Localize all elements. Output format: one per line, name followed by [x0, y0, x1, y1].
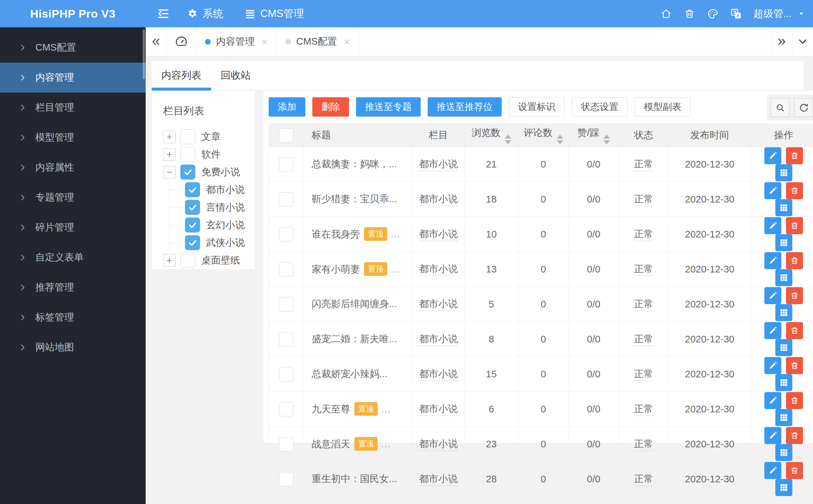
delete-button[interactable] [786, 147, 803, 164]
row-checkbox[interactable] [279, 192, 293, 207]
tabs-scroll-left-button[interactable]: « [146, 27, 166, 56]
tree-checkbox[interactable] [185, 218, 200, 233]
open-tab-1[interactable]: 内容管理× [196, 27, 276, 56]
tree-node-label[interactable]: 桌面壁纸 [201, 254, 240, 267]
edit-button[interactable] [764, 217, 781, 234]
collapse-sidebar-button[interactable] [150, 0, 176, 27]
delete-button[interactable] [786, 182, 803, 199]
tree-node-label[interactable]: 免费小说 [201, 166, 240, 179]
translate-button[interactable]: A [725, 0, 748, 27]
palette-button[interactable] [701, 0, 725, 27]
panel-tab-2[interactable]: 回收站 [211, 61, 260, 90]
sidebar-item-6[interactable]: 专题管理 [0, 183, 146, 213]
toolbar-button-5[interactable]: 设置标识 [509, 97, 565, 117]
row-checkbox[interactable] [279, 262, 293, 276]
sort-buttons[interactable] [505, 135, 511, 144]
open-tab-2[interactable]: CMS配置× [277, 27, 359, 56]
search-button[interactable] [771, 98, 789, 117]
subtable-button[interactable] [775, 374, 792, 391]
header-menu-2[interactable]: CMS管理 [234, 0, 315, 27]
sidebar-item-2[interactable]: 内容管理 [0, 63, 146, 93]
toolbar-button-7[interactable]: 模型副表 [635, 97, 691, 117]
delete-button[interactable] [786, 287, 803, 304]
edit-button[interactable] [764, 427, 781, 444]
edit-button[interactable] [764, 252, 781, 269]
toolbar-button-1[interactable]: 添加 [269, 97, 305, 117]
tree-checkbox[interactable] [180, 147, 195, 162]
close-icon[interactable]: × [261, 36, 268, 48]
tabs-menu-button[interactable] [792, 27, 813, 56]
tree-checkbox[interactable] [185, 182, 200, 197]
refresh-button[interactable] [794, 98, 813, 117]
select-all-checkbox[interactable] [279, 128, 293, 143]
sidebar-item-5[interactable]: 内容属性 [0, 153, 146, 183]
tree-node-label[interactable]: 武侠小说 [206, 236, 245, 250]
delete-button[interactable] [786, 357, 803, 374]
row-checkbox[interactable] [279, 332, 293, 346]
delete-button[interactable] [786, 427, 803, 444]
tree-checkbox[interactable] [180, 165, 195, 180]
row-checkbox[interactable] [279, 402, 293, 416]
subtable-button[interactable] [775, 444, 792, 461]
subtable-button[interactable] [775, 479, 792, 496]
tree-checkbox[interactable] [185, 200, 200, 215]
row-checkbox[interactable] [279, 472, 293, 486]
sort-buttons[interactable] [603, 135, 610, 144]
expand-toggle[interactable]: + [163, 148, 176, 161]
home-button[interactable] [655, 0, 678, 27]
delete-button[interactable] [786, 322, 803, 339]
tree-node-label[interactable]: 软件 [201, 148, 221, 161]
sidebar-item-4[interactable]: 模型管理 [0, 123, 146, 153]
tree-node-label[interactable]: 文章 [201, 130, 221, 144]
tabs-scroll-right-button[interactable]: » [771, 27, 792, 56]
row-checkbox[interactable] [279, 157, 293, 172]
edit-button[interactable] [764, 392, 781, 409]
tree-node-label[interactable]: 玄幻小说 [206, 219, 245, 232]
expand-toggle[interactable]: + [163, 254, 176, 267]
subtable-button[interactable] [775, 269, 792, 286]
toolbar-button-4[interactable]: 推送至推荐位 [428, 97, 502, 117]
sidebar-item-9[interactable]: 推荐管理 [0, 272, 146, 302]
dashboard-tab[interactable] [167, 27, 196, 56]
edit-button[interactable] [764, 287, 781, 304]
sidebar-item-8[interactable]: 自定义表单 [0, 243, 146, 272]
delete-button[interactable] [786, 462, 803, 479]
row-checkbox[interactable] [279, 437, 293, 451]
sort-buttons[interactable] [557, 135, 563, 144]
user-menu[interactable]: 超级管... [753, 7, 805, 21]
row-checkbox[interactable] [279, 367, 293, 381]
sidebar-item-10[interactable]: 标签管理 [0, 302, 146, 332]
subtable-button[interactable] [775, 199, 792, 216]
toolbar-button-2[interactable]: 删除 [312, 97, 349, 117]
edit-button[interactable] [764, 357, 781, 374]
panel-tab-1[interactable]: 内容列表 [152, 61, 211, 90]
sidebar-item-11[interactable]: 网站地图 [0, 332, 146, 362]
tree-checkbox[interactable] [180, 253, 195, 268]
edit-button[interactable] [764, 322, 781, 339]
toolbar-button-6[interactable]: 状态设置 [572, 97, 628, 117]
toolbar-button-3[interactable]: 推送至专题 [356, 97, 421, 117]
close-icon[interactable]: × [344, 36, 350, 48]
delete-button[interactable] [786, 392, 803, 409]
expand-toggle[interactable]: + [163, 131, 176, 143]
subtable-button[interactable] [775, 234, 792, 251]
subtable-button[interactable] [775, 409, 792, 426]
expand-toggle[interactable]: − [163, 166, 176, 179]
subtable-button[interactable] [775, 164, 792, 181]
sidebar-item-7[interactable]: 碎片管理 [0, 213, 146, 243]
subtable-button[interactable] [775, 304, 792, 321]
row-checkbox[interactable] [279, 297, 293, 311]
trash-button[interactable] [678, 0, 701, 27]
tree-checkbox[interactable] [180, 129, 195, 144]
tree-checkbox[interactable] [185, 235, 200, 250]
edit-button[interactable] [764, 147, 781, 164]
sidebar-item-3[interactable]: 栏目管理 [0, 93, 146, 123]
subtable-button[interactable] [775, 339, 792, 356]
delete-button[interactable] [786, 252, 803, 269]
delete-button[interactable] [786, 217, 803, 234]
tree-node-label[interactable]: 言情小说 [206, 201, 245, 214]
row-checkbox[interactable] [279, 227, 293, 242]
header-menu-1[interactable]: 系统 [176, 0, 234, 27]
tree-node-label[interactable]: 都市小说 [206, 183, 245, 197]
sidebar-item-1[interactable]: CMS配置 [0, 33, 146, 63]
